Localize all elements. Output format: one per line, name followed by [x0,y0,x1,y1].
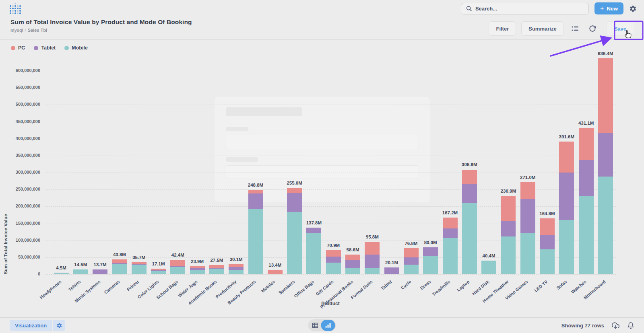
bar-segment-mobile[interactable] [443,238,458,274]
bar-school-bags [170,71,185,274]
bar-segment-pc[interactable] [365,242,380,255]
bar-segment-tablet[interactable] [287,193,302,212]
bar-segment-pc[interactable] [559,142,574,173]
bar-segment-tablet[interactable] [462,184,477,203]
bar-segment-pc[interactable] [151,269,166,270]
bar-segment-tablet[interactable] [248,193,263,209]
bar-segment-tablet[interactable] [501,221,516,236]
bar-segment-mobile[interactable] [520,233,535,274]
bar-segment-mobile[interactable] [73,269,88,274]
bar-segment-pc[interactable] [287,188,302,193]
bar-segment-tablet[interactable] [559,173,574,220]
bar-segment-mobile[interactable] [229,270,244,274]
bar-segment-mobile[interactable] [190,270,205,274]
refresh-icon[interactable] [586,23,599,35]
bar-segment-pc[interactable] [540,218,555,235]
table-view-toggle[interactable] [309,319,321,331]
bar-segment-mobile[interactable] [345,268,360,274]
view-toggle [308,319,336,331]
bar-segment-tablet[interactable] [306,228,321,233]
legend-item-mobile[interactable]: Mobile [64,45,88,51]
bar-segment-mobile[interactable] [326,263,341,274]
bar-segment-pc[interactable] [579,128,594,160]
bar-segment-mobile[interactable] [306,233,321,274]
search-input[interactable]: Search... [461,3,589,14]
bar-segment-mobile[interactable] [132,265,147,274]
metabase-logo-icon[interactable] [10,3,21,14]
bar-segment-tablet[interactable] [345,260,360,268]
bar-segment-tablet[interactable] [209,268,224,269]
bar-segment-mobile[interactable] [365,268,380,274]
bar-segment-pc[interactable] [520,182,535,199]
notebook-editor-icon[interactable] [569,23,581,35]
breadcrumb-database[interactable]: mysql [10,28,23,33]
bar-sofas [559,71,574,274]
bar-segment-mobile[interactable] [559,220,574,274]
bar-segment-mobile[interactable] [170,267,185,274]
bar-segment-pc[interactable] [501,196,516,221]
bar-segment-mobile[interactable] [151,271,166,274]
bar-segment-mobile[interactable] [112,264,127,274]
bar-segment-tablet[interactable] [93,269,107,274]
bar-professional-books [345,71,360,274]
download-cloud-icon[interactable] [612,322,619,329]
legend-item-tablet[interactable]: Tablet [34,45,56,51]
bar-segment-pc[interactable] [229,264,244,267]
bar-segment-pc[interactable] [345,255,360,260]
bar-segment-tablet[interactable] [423,247,438,256]
bar-segment-mobile[interactable] [540,249,555,274]
bar-segment-tablet[interactable] [54,273,69,273]
bar-color-lights [151,71,166,274]
bar-segment-tablet[interactable] [579,160,594,196]
question-header: Sum of Total Invoice Value by Product an… [0,17,644,40]
visualization-settings-gear-icon[interactable] [53,320,65,331]
bell-icon[interactable] [627,322,634,329]
new-button[interactable]: + New [594,2,623,14]
bar-tshirts [73,71,88,274]
bar-segment-pc[interactable] [268,270,283,274]
bar-segment-pc[interactable] [462,170,477,184]
bar-segment-tablet[interactable] [540,235,555,249]
bar-segment-mobile[interactable] [462,203,477,274]
filter-button[interactable]: Filter [489,21,516,36]
bar-segment-mobile[interactable] [209,269,224,274]
bar-segment-tablet[interactable] [598,133,613,177]
bar-segment-pc[interactable] [404,248,419,257]
bar-segment-tablet[interactable] [520,199,535,233]
bar-segment-pc[interactable] [598,58,613,133]
bar-music-systems [93,71,107,274]
bar-segment-mobile[interactable] [54,273,69,274]
bar-segment-pc[interactable] [209,265,224,268]
bar-segment-mobile[interactable] [501,236,516,274]
bar-segment-mobile[interactable] [423,256,438,274]
bar-segment-tablet[interactable] [443,228,458,238]
bar-video-games [520,71,535,274]
bar-segment-tablet[interactable] [384,267,399,274]
settings-gear-icon[interactable] [629,5,637,12]
legend-item-pc[interactable]: PC [11,45,25,51]
bar-segment-mobile[interactable] [598,177,613,274]
bar-segment-tablet[interactable] [326,257,341,262]
top-nav-bar: Search... + New [0,0,644,17]
bar-segment-pc[interactable] [248,190,263,193]
summarize-button[interactable]: Summarize [521,21,564,36]
bar-segment-pc[interactable] [190,266,205,268]
chart-view-toggle[interactable] [321,320,335,331]
save-button[interactable]: Save [606,21,634,36]
bar-segment-mobile[interactable] [404,265,419,274]
breadcrumb[interactable]: mysql/Sales Tbl [10,28,192,33]
bar-segment-tablet[interactable] [151,270,166,271]
bar-segment-tablet[interactable] [170,266,185,267]
bar-segment-mobile[interactable] [481,261,496,274]
bar-segment-tablet[interactable] [229,267,244,270]
breadcrumb-table[interactable]: Sales Tbl [28,28,47,33]
bar-segment-tablet[interactable] [404,257,419,265]
bar-segment-pc[interactable] [443,218,458,228]
bar-segment-pc[interactable] [112,259,127,263]
bar-segment-tablet[interactable] [112,263,127,264]
bar-segment-tablet[interactable] [190,268,205,269]
bar-segment-mobile[interactable] [579,196,594,274]
visualization-button[interactable]: Visualization [10,320,52,331]
bar-formal-suits [365,71,380,274]
bar-laptop [462,71,477,274]
